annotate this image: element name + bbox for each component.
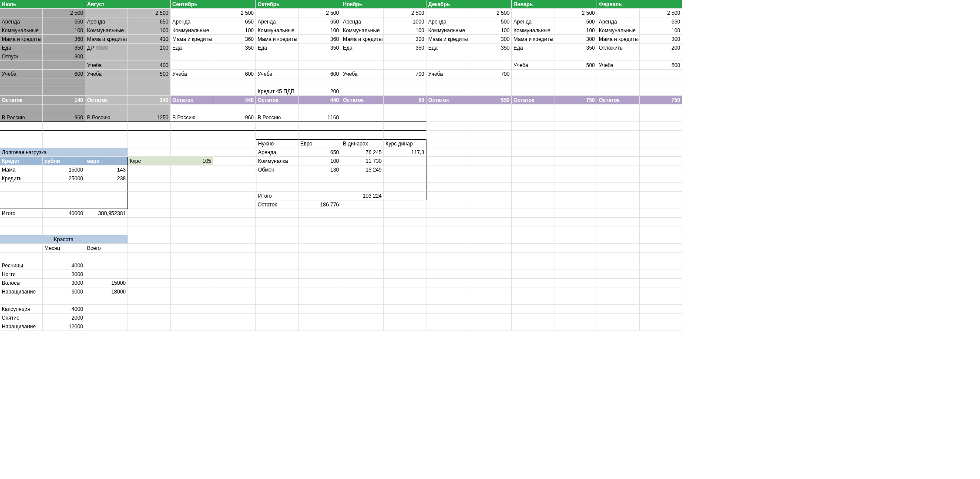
need-util-eur[interactable]: 100	[299, 157, 341, 165]
cell[interactable]	[640, 113, 682, 122]
cell[interactable]	[512, 148, 554, 157]
cell[interactable]	[512, 261, 554, 270]
util-feb[interactable]: 100	[640, 26, 682, 35]
cell[interactable]	[384, 157, 426, 165]
debt-total-l[interactable]: Итого	[0, 209, 43, 218]
bal-label-nov[interactable]: Остаток	[341, 96, 384, 105]
debt-mom-eur[interactable]: 143	[85, 165, 128, 174]
cell[interactable]	[384, 279, 426, 287]
cell[interactable]	[384, 105, 426, 113]
b-r2-m[interactable]: 3000	[43, 270, 85, 279]
util-oct[interactable]: 100	[299, 26, 341, 35]
cell[interactable]	[554, 261, 597, 270]
cell[interactable]	[43, 139, 85, 148]
momcr-nov[interactable]: 300	[384, 35, 426, 44]
cell[interactable]	[597, 148, 640, 157]
cell[interactable]	[554, 270, 597, 279]
cell[interactable]	[299, 218, 341, 226]
cell[interactable]	[341, 244, 384, 253]
cell[interactable]	[640, 296, 682, 305]
rus-jul[interactable]: 960	[43, 113, 85, 122]
cell[interactable]	[426, 148, 469, 157]
cell[interactable]	[0, 105, 43, 113]
cell[interactable]	[384, 296, 426, 305]
util-label-sep[interactable]: Коммунальные	[171, 26, 213, 35]
cell[interactable]	[213, 209, 256, 218]
cell[interactable]	[554, 113, 597, 122]
cell[interactable]	[341, 226, 384, 235]
cell[interactable]	[597, 113, 640, 122]
cell[interactable]	[299, 78, 341, 87]
rus-label-aug[interactable]: В Россию	[85, 113, 128, 122]
cell[interactable]	[469, 192, 512, 200]
cell[interactable]	[0, 139, 43, 148]
cell[interactable]	[171, 279, 213, 287]
cell[interactable]	[299, 192, 341, 200]
cell[interactable]	[299, 305, 341, 314]
cell[interactable]	[469, 226, 512, 235]
debt-hdr-2[interactable]: евро	[85, 157, 128, 165]
cell[interactable]	[299, 61, 341, 70]
cell[interactable]	[426, 78, 469, 87]
cell[interactable]	[341, 218, 384, 226]
cell[interactable]	[299, 287, 341, 296]
cell[interactable]	[426, 122, 469, 131]
studyA-label-aug[interactable]: Учеба	[85, 61, 128, 70]
rent-label-jul[interactable]: Аренда	[0, 17, 43, 26]
cell[interactable]	[597, 287, 640, 296]
beauty-hdr-1[interactable]: Всего	[85, 244, 128, 253]
cell[interactable]	[128, 314, 171, 322]
cell[interactable]	[299, 209, 341, 218]
cell[interactable]	[640, 165, 682, 174]
cell[interactable]	[43, 183, 85, 192]
b-r7-l[interactable]: Наращивание	[0, 322, 43, 331]
cell[interactable]	[512, 183, 554, 192]
cell[interactable]	[426, 279, 469, 287]
cell[interactable]	[512, 165, 554, 174]
cell[interactable]	[597, 105, 640, 113]
cell[interactable]	[554, 314, 597, 322]
cell[interactable]	[512, 9, 554, 17]
cell[interactable]	[341, 253, 384, 261]
cell[interactable]	[384, 113, 426, 122]
cell[interactable]	[85, 322, 128, 331]
cell[interactable]	[213, 122, 256, 131]
cell[interactable]	[597, 9, 640, 17]
need-total-din[interactable]: 103 224	[341, 192, 384, 200]
cell[interactable]	[341, 287, 384, 296]
cell[interactable]	[299, 235, 341, 244]
need-rate[interactable]: 117,3	[384, 148, 426, 157]
rus-oct[interactable]: 1160	[299, 113, 341, 122]
need-hdr-2[interactable]: В динарах	[341, 139, 384, 148]
cell[interactable]	[256, 105, 299, 113]
cell[interactable]	[299, 270, 341, 279]
cell[interactable]	[299, 105, 341, 113]
cell[interactable]	[554, 78, 597, 87]
need-rest-eur[interactable]: 186 776	[299, 200, 341, 209]
beauty-hdr-0[interactable]: Месяц	[43, 244, 85, 253]
beauty-title[interactable]: Красота	[0, 235, 128, 244]
cell[interactable]	[640, 157, 682, 165]
cell[interactable]	[512, 192, 554, 200]
cell[interactable]	[597, 183, 640, 192]
cell[interactable]	[640, 261, 682, 270]
cell[interactable]	[554, 105, 597, 113]
cell[interactable]	[597, 296, 640, 305]
cell[interactable]	[640, 105, 682, 113]
rus-label-oct[interactable]: В Россию	[256, 113, 299, 122]
cell[interactable]	[171, 174, 213, 183]
cell[interactable]	[426, 174, 469, 183]
cell[interactable]	[512, 52, 554, 61]
studyB-dec[interactable]: 700	[469, 70, 512, 78]
cell[interactable]	[256, 61, 299, 70]
cell[interactable]	[426, 87, 469, 96]
food-label-sep[interactable]: Еда	[171, 44, 213, 52]
cell[interactable]	[384, 226, 426, 235]
cell[interactable]	[171, 235, 213, 244]
cell[interactable]	[299, 226, 341, 235]
cell[interactable]	[43, 105, 85, 113]
studyB-aug[interactable]: 500	[128, 70, 171, 78]
debt-hdr-0[interactable]: Кредит	[0, 157, 43, 165]
cell[interactable]	[512, 113, 554, 122]
cell[interactable]	[341, 200, 384, 209]
